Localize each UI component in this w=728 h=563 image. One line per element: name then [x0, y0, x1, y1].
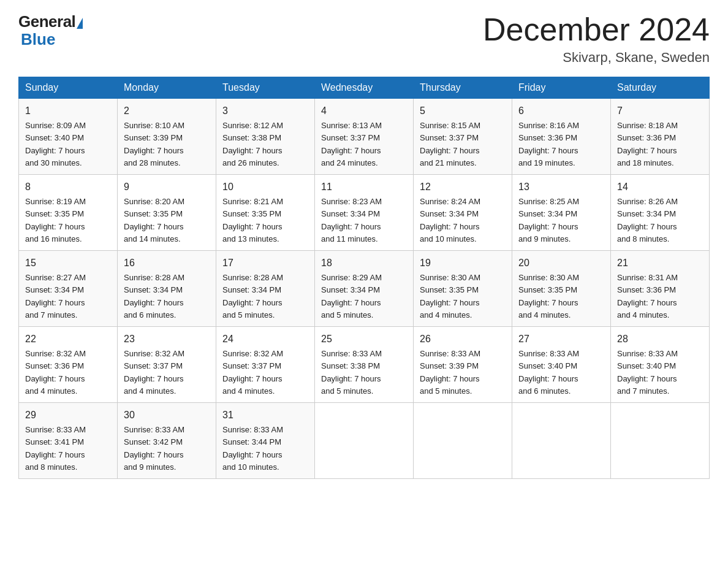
calendar-cell: 18 Sunrise: 8:29 AMSunset: 3:34 PMDaylig…: [315, 251, 414, 327]
col-wednesday: Wednesday: [315, 77, 414, 99]
calendar-cell: 24 Sunrise: 8:32 AMSunset: 3:37 PMDaylig…: [216, 327, 315, 403]
day-number: 19: [420, 256, 506, 270]
calendar-cell: 19 Sunrise: 8:30 AMSunset: 3:35 PMDaylig…: [414, 251, 512, 327]
calendar-cell: [512, 403, 611, 479]
day-number: 4: [321, 104, 407, 118]
day-number: 6: [518, 104, 604, 118]
day-number: 16: [124, 256, 210, 270]
calendar-cell: 17 Sunrise: 8:28 AMSunset: 3:34 PMDaylig…: [216, 251, 315, 327]
calendar-cell: 4 Sunrise: 8:13 AMSunset: 3:37 PMDayligh…: [315, 99, 414, 175]
page-subtitle: Skivarp, Skane, Sweden: [483, 50, 710, 66]
day-number: 8: [25, 180, 111, 194]
logo: General Blue: [18, 12, 83, 49]
calendar-cell: 1 Sunrise: 8:09 AMSunset: 3:40 PMDayligh…: [19, 99, 118, 175]
day-number: 31: [222, 408, 308, 423]
day-info: Sunrise: 8:21 AMSunset: 3:35 PMDaylight:…: [222, 197, 283, 243]
day-number: 3: [222, 104, 308, 118]
calendar-cell: 26 Sunrise: 8:33 AMSunset: 3:39 PMDaylig…: [414, 327, 512, 403]
calendar-cell: 2 Sunrise: 8:10 AMSunset: 3:39 PMDayligh…: [118, 99, 216, 175]
day-info: Sunrise: 8:33 AMSunset: 3:39 PMDaylight:…: [420, 349, 480, 396]
calendar-cell: 15 Sunrise: 8:27 AMSunset: 3:34 PMDaylig…: [19, 251, 118, 327]
calendar-week-1: 1 Sunrise: 8:09 AMSunset: 3:40 PMDayligh…: [19, 99, 710, 175]
day-number: 12: [420, 180, 506, 194]
day-number: 17: [222, 256, 308, 270]
day-number: 7: [617, 104, 703, 118]
calendar-body: 1 Sunrise: 8:09 AMSunset: 3:40 PMDayligh…: [19, 99, 710, 479]
calendar-cell: [414, 403, 512, 479]
day-number: 21: [617, 256, 703, 270]
title-block: December 2024 Skivarp, Skane, Sweden: [483, 12, 710, 66]
day-info: Sunrise: 8:33 AMSunset: 3:38 PMDaylight:…: [321, 349, 382, 396]
day-info: Sunrise: 8:33 AMSunset: 3:40 PMDaylight:…: [617, 349, 678, 396]
day-number: 15: [25, 256, 111, 270]
day-info: Sunrise: 8:33 AMSunset: 3:41 PMDaylight:…: [25, 425, 86, 472]
calendar-table: Sunday Monday Tuesday Wednesday Thursday…: [18, 77, 710, 479]
day-number: 9: [124, 180, 210, 194]
day-number: 20: [518, 256, 604, 270]
calendar-cell: 29 Sunrise: 8:33 AMSunset: 3:41 PMDaylig…: [19, 403, 118, 479]
page-title: December 2024: [483, 12, 710, 47]
calendar-header: Sunday Monday Tuesday Wednesday Thursday…: [19, 77, 710, 99]
day-number: 28: [617, 332, 703, 347]
col-friday: Friday: [512, 77, 611, 99]
col-saturday: Saturday: [611, 77, 710, 99]
calendar-week-3: 15 Sunrise: 8:27 AMSunset: 3:34 PMDaylig…: [19, 251, 710, 327]
calendar-cell: 3 Sunrise: 8:12 AMSunset: 3:38 PMDayligh…: [216, 99, 315, 175]
day-number: 29: [25, 408, 111, 423]
col-tuesday: Tuesday: [216, 77, 315, 99]
day-info: Sunrise: 8:26 AMSunset: 3:34 PMDaylight:…: [617, 197, 678, 243]
day-number: 1: [25, 104, 111, 118]
day-number: 25: [321, 332, 407, 347]
calendar-cell: 6 Sunrise: 8:16 AMSunset: 3:36 PMDayligh…: [512, 99, 611, 175]
calendar-cell: 16 Sunrise: 8:28 AMSunset: 3:34 PMDaylig…: [118, 251, 216, 327]
day-info: Sunrise: 8:28 AMSunset: 3:34 PMDaylight:…: [124, 273, 184, 320]
day-info: Sunrise: 8:23 AMSunset: 3:34 PMDaylight:…: [321, 197, 382, 243]
day-info: Sunrise: 8:32 AMSunset: 3:37 PMDaylight:…: [124, 349, 184, 396]
day-info: Sunrise: 8:13 AMSunset: 3:37 PMDaylight:…: [321, 121, 382, 167]
day-info: Sunrise: 8:31 AMSunset: 3:36 PMDaylight:…: [617, 273, 678, 320]
calendar-cell: 27 Sunrise: 8:33 AMSunset: 3:40 PMDaylig…: [512, 327, 611, 403]
calendar-week-5: 29 Sunrise: 8:33 AMSunset: 3:41 PMDaylig…: [19, 403, 710, 479]
calendar-cell: 7 Sunrise: 8:18 AMSunset: 3:36 PMDayligh…: [611, 99, 710, 175]
day-info: Sunrise: 8:33 AMSunset: 3:40 PMDaylight:…: [518, 349, 579, 396]
calendar-week-2: 8 Sunrise: 8:19 AMSunset: 3:35 PMDayligh…: [19, 175, 710, 251]
calendar-cell: [611, 403, 710, 479]
day-number: 26: [420, 332, 506, 347]
calendar-cell: 25 Sunrise: 8:33 AMSunset: 3:38 PMDaylig…: [315, 327, 414, 403]
day-number: 18: [321, 256, 407, 270]
day-number: 11: [321, 180, 407, 194]
calendar-cell: 20 Sunrise: 8:30 AMSunset: 3:35 PMDaylig…: [512, 251, 611, 327]
day-number: 5: [420, 104, 506, 118]
day-info: Sunrise: 8:19 AMSunset: 3:35 PMDaylight:…: [25, 197, 86, 243]
calendar-cell: 12 Sunrise: 8:24 AMSunset: 3:34 PMDaylig…: [414, 175, 512, 251]
logo-blue-text: Blue: [21, 30, 55, 49]
day-number: 24: [222, 332, 308, 347]
day-info: Sunrise: 8:32 AMSunset: 3:36 PMDaylight:…: [25, 349, 86, 396]
calendar-cell: 8 Sunrise: 8:19 AMSunset: 3:35 PMDayligh…: [19, 175, 118, 251]
calendar-cell: 13 Sunrise: 8:25 AMSunset: 3:34 PMDaylig…: [512, 175, 611, 251]
day-number: 27: [518, 332, 604, 347]
day-info: Sunrise: 8:18 AMSunset: 3:36 PMDaylight:…: [617, 121, 678, 167]
day-info: Sunrise: 8:29 AMSunset: 3:34 PMDaylight:…: [321, 273, 382, 320]
calendar-week-4: 22 Sunrise: 8:32 AMSunset: 3:36 PMDaylig…: [19, 327, 710, 403]
logo-triangle-icon: [77, 18, 83, 29]
day-number: 14: [617, 180, 703, 194]
day-number: 10: [222, 180, 308, 194]
calendar-cell: 23 Sunrise: 8:32 AMSunset: 3:37 PMDaylig…: [118, 327, 216, 403]
day-info: Sunrise: 8:15 AMSunset: 3:37 PMDaylight:…: [420, 121, 480, 167]
day-info: Sunrise: 8:25 AMSunset: 3:34 PMDaylight:…: [518, 197, 579, 243]
day-info: Sunrise: 8:27 AMSunset: 3:34 PMDaylight:…: [25, 273, 86, 320]
day-info: Sunrise: 8:10 AMSunset: 3:39 PMDaylight:…: [124, 121, 184, 167]
day-number: 13: [518, 180, 604, 194]
calendar-cell: 9 Sunrise: 8:20 AMSunset: 3:35 PMDayligh…: [118, 175, 216, 251]
day-number: 23: [124, 332, 210, 347]
col-monday: Monday: [118, 77, 216, 99]
calendar-cell: 21 Sunrise: 8:31 AMSunset: 3:36 PMDaylig…: [611, 251, 710, 327]
calendar-cell: [315, 403, 414, 479]
calendar-cell: 14 Sunrise: 8:26 AMSunset: 3:34 PMDaylig…: [611, 175, 710, 251]
calendar-cell: 22 Sunrise: 8:32 AMSunset: 3:36 PMDaylig…: [19, 327, 118, 403]
calendar-cell: 11 Sunrise: 8:23 AMSunset: 3:34 PMDaylig…: [315, 175, 414, 251]
day-info: Sunrise: 8:33 AMSunset: 3:44 PMDaylight:…: [222, 425, 283, 472]
calendar-cell: 5 Sunrise: 8:15 AMSunset: 3:37 PMDayligh…: [414, 99, 512, 175]
day-number: 22: [25, 332, 111, 347]
